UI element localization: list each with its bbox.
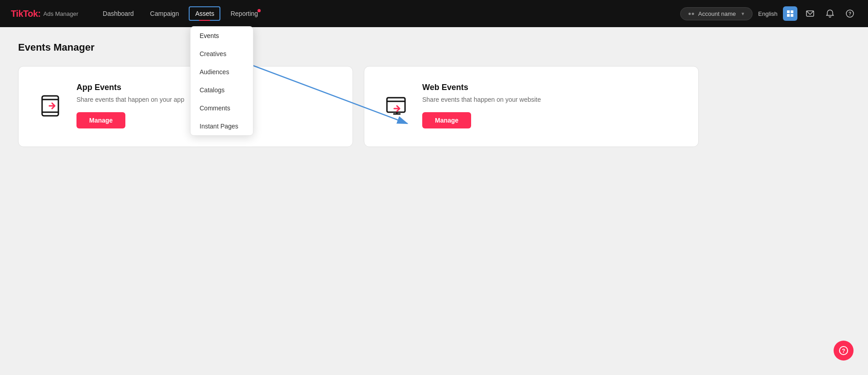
dropdown-instant-pages[interactable]: Instant Pages: [191, 117, 253, 135]
account-name: Account name: [698, 10, 737, 17]
dropdown-audiences[interactable]: Audiences: [191, 63, 253, 81]
svg-rect-2: [787, 14, 790, 17]
brand-name: TikTok:: [11, 9, 41, 19]
web-events-icon: [382, 91, 411, 120]
cards-row: App Events Share events that happen on y…: [18, 66, 850, 147]
navbar: TikTok: Ads Manager Dashboard Campaign A…: [0, 0, 868, 27]
nav-dashboard[interactable]: Dashboard: [96, 6, 140, 21]
svg-text:?: ?: [842, 348, 845, 354]
svg-text:?: ?: [849, 11, 851, 16]
dropdown-events[interactable]: Events: [191, 27, 253, 45]
nav-campaign[interactable]: Campaign: [144, 6, 186, 21]
question-icon: ?: [845, 9, 854, 18]
svg-rect-0: [787, 10, 790, 13]
chevron-down-icon: ▼: [740, 11, 745, 16]
reporting-dot: [258, 9, 261, 12]
language-selector[interactable]: English: [758, 10, 777, 17]
app-events-card: App Events Share events that happen on y…: [18, 66, 353, 147]
dropdown-catalogs[interactable]: Catalogs: [191, 81, 253, 99]
blue-icon-btn[interactable]: [783, 6, 797, 21]
brand-logo-area[interactable]: TikTok: Ads Manager: [11, 9, 78, 19]
account-selector[interactable]: ●● Account name ▼: [680, 7, 753, 20]
reporting-label: Reporting: [230, 10, 258, 17]
bell-icon: [825, 9, 835, 18]
web-events-desc: Share events that happen on your website: [422, 96, 680, 103]
nav-assets[interactable]: Assets: [189, 6, 220, 21]
help-circle-icon: ?: [839, 346, 848, 355]
dropdown-comments[interactable]: Comments: [191, 99, 253, 117]
nav-right: ●● Account name ▼ English ?: [680, 6, 857, 21]
brand-colon: :: [38, 9, 41, 19]
account-icon: ●●: [688, 10, 695, 17]
svg-rect-1: [791, 10, 793, 13]
page-title: Events Manager: [18, 42, 850, 53]
web-icon-svg: [384, 93, 410, 119]
help-icon-btn[interactable]: ?: [843, 6, 857, 21]
brand-subtitle: Ads Manager: [43, 10, 78, 17]
help-fab-button[interactable]: ?: [834, 341, 854, 361]
assets-dropdown: Events Creatives Audiences Catalogs Comm…: [190, 26, 253, 136]
app-icon-svg: [38, 93, 64, 119]
bell-icon-btn[interactable]: [823, 6, 837, 21]
mail-icon: [806, 9, 815, 18]
nav-links: Dashboard Campaign Assets Reporting: [96, 6, 680, 21]
nav-reporting[interactable]: Reporting: [224, 6, 264, 21]
web-events-body: Web Events Share events that happen on y…: [422, 83, 680, 128]
app-events-icon: [37, 91, 66, 120]
dropdown-creatives[interactable]: Creatives: [191, 45, 253, 63]
svg-rect-12: [387, 98, 405, 112]
main-content: Events Manager App Events Share events t…: [0, 27, 868, 161]
web-events-title: Web Events: [422, 83, 680, 92]
brand-tiktok: TikTok: [11, 9, 38, 19]
web-events-card: Web Events Share events that happen on y…: [364, 66, 699, 147]
mail-icon-btn[interactable]: [803, 6, 817, 21]
svg-rect-3: [791, 14, 793, 17]
web-events-manage-button[interactable]: Manage: [422, 112, 471, 128]
app-events-manage-button[interactable]: Manage: [76, 112, 125, 128]
grid-icon: [787, 10, 794, 17]
